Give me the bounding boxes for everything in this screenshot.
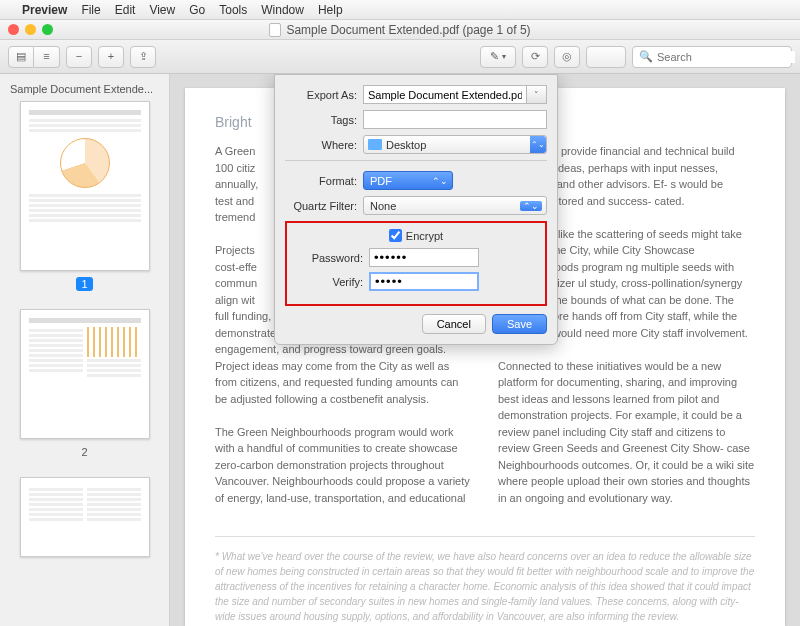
menu-tools[interactable]: Tools [219,3,247,17]
sidebar-view-button[interactable]: ▤ [8,46,34,68]
main: Sample Document Extende... 1 2 [0,74,800,626]
edit-button[interactable]: ◎ [554,46,580,68]
folder-icon [368,139,382,150]
thumbnail-2-wrap[interactable]: 2 [8,309,161,459]
thumbnail-3-wrap[interactable] [8,477,161,557]
menubar: Preview File Edit View Go Tools Window H… [0,0,800,20]
menu-help[interactable]: Help [318,3,343,17]
quartz-filter-value: None [370,200,396,212]
zoom-button[interactable] [42,24,53,35]
expand-button[interactable]: ˅ [527,85,547,104]
chevron-updown-icon: ⌃⌄ [432,176,448,186]
where-select[interactable]: Desktop ⌃⌄ [363,135,547,154]
verify-input[interactable] [369,272,479,291]
thumbnail-1-number: 1 [76,277,92,291]
document-icon [269,23,281,37]
markup-button[interactable]: ✎▾ [480,46,516,68]
menu-file[interactable]: File [81,3,100,17]
where-label: Where: [285,139,357,151]
rotate-icon: ⟳ [531,51,540,62]
view-mode-segment: ▤ ≡ [8,46,60,68]
tags-label: Tags: [285,114,357,126]
minimize-button[interactable] [25,24,36,35]
app-name[interactable]: Preview [22,3,67,17]
window-title: Sample Document Extended.pdf (page 1 of … [286,23,530,37]
search-field[interactable]: 🔍 [632,46,792,68]
sidebar-title: Sample Document Extende... [8,80,161,101]
list-view-button[interactable]: ≡ [34,46,60,68]
zoom-out-icon: − [76,51,82,62]
cancel-button[interactable]: Cancel [422,314,486,334]
chevron-updown-icon: ⌃⌄ [520,201,542,211]
footnote: * What we've heard over the course of th… [215,536,755,624]
zoom-in-button[interactable]: + [98,46,124,68]
password-label: Password: [293,252,363,264]
highlight-button[interactable] [586,46,626,68]
format-value: PDF [370,175,392,187]
password-input[interactable] [369,248,479,267]
menu-window[interactable]: Window [261,3,304,17]
encrypt-checkbox[interactable] [389,229,402,242]
close-button[interactable] [8,24,19,35]
share-icon: ⇪ [139,51,148,62]
tags-input[interactable] [363,110,547,129]
thumbnail-1-wrap[interactable]: 1 [8,101,161,291]
rotate-button[interactable]: ⟳ [522,46,548,68]
sidebar-icon: ▤ [16,51,26,62]
chevron-down-icon: ˅ [534,90,539,100]
zoom-in-icon: + [108,51,114,62]
zoom-out-button[interactable]: − [66,46,92,68]
thumbnail-3[interactable] [20,477,150,557]
window-controls [8,24,53,35]
save-button[interactable]: Save [492,314,547,334]
verify-label: Verify: [293,276,363,288]
thumbnail-2-number: 2 [76,445,92,459]
chevron-updown-icon: ⌃⌄ [530,136,546,153]
para: Connected to these initiatives would be … [498,358,755,507]
format-label: Format: [285,175,357,187]
search-input[interactable] [657,51,795,63]
document-content: Bright A Green 100 citiz annually, test … [170,74,800,626]
share-button[interactable]: ⇪ [130,46,156,68]
list-icon: ≡ [43,51,49,62]
pencil-icon: ✎ [490,51,499,62]
export-as-label: Export As: [285,89,357,101]
titlebar: Sample Document Extended.pdf (page 1 of … [0,20,800,40]
format-select[interactable]: PDF ⌃⌄ [363,171,453,190]
menu-go[interactable]: Go [189,3,205,17]
toolbox-icon: ◎ [562,51,572,62]
quartz-filter-label: Quartz Filter: [285,200,357,212]
export-as-input[interactable] [363,85,527,104]
search-icon: 🔍 [639,51,653,62]
where-value: Desktop [386,139,426,151]
highlighted-region: Encrypt Password: Verify: [285,221,547,306]
chevron-down-icon: ▾ [502,53,506,61]
menu-edit[interactable]: Edit [115,3,136,17]
thumbnails-sidebar: Sample Document Extende... 1 2 [0,74,170,626]
para: The Green Neighbourhoods program would w… [215,424,472,507]
dialog-separator [285,160,547,161]
quartz-filter-select[interactable]: None ⌃⌄ [363,196,547,215]
toolbar: ▤ ≡ − + ⇪ ✎▾ ⟳ ◎ 🔍 [0,40,800,74]
export-dialog: Export As: ˅ Tags: Where: Desktop ⌃⌄ For… [274,74,558,345]
thumbnail-2[interactable] [20,309,150,439]
menu-view[interactable]: View [149,3,175,17]
thumbnail-1[interactable] [20,101,150,271]
encrypt-label: Encrypt [406,230,443,242]
